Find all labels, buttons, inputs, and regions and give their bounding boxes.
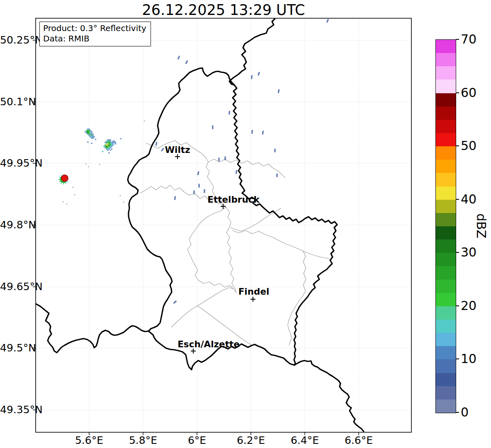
echo-cell (110, 146, 111, 147)
echo-cell (111, 146, 112, 147)
echo-speck (74, 194, 75, 195)
city-label: Ettelbruck (207, 194, 260, 205)
echo-cell (88, 130, 90, 131)
echo-cell (109, 140, 110, 142)
echo-cell (87, 141, 88, 143)
radar-echoes (63, 19, 329, 304)
echo-cell (106, 142, 107, 143)
echo-cell (92, 133, 94, 135)
colorbar-tick-mark (456, 92, 459, 93)
echo-cell (110, 144, 111, 145)
echo-speck (144, 121, 145, 121)
border-france-germany (294, 361, 364, 431)
colorbar-tick-mark (456, 358, 459, 359)
echo-cell (102, 151, 103, 152)
colorbar-tick-mark (456, 412, 459, 413)
colorbar-tick-mark (456, 305, 459, 306)
echo-cell (106, 147, 107, 148)
colorbar-segment (436, 400, 456, 413)
colorbar-segment (436, 120, 456, 133)
echo-dash (174, 196, 176, 200)
radar-product-page: { "title": "26.12.2025 13:29 UTC", "info… (0, 0, 491, 448)
echo-cell (110, 140, 111, 142)
colorbar-segment (436, 253, 456, 266)
colorbar-segment (436, 53, 456, 66)
echo-cell (86, 132, 87, 133)
echo-cell (91, 135, 92, 136)
echo-cell (111, 144, 112, 145)
echo-cell (91, 136, 92, 138)
echo-cell (106, 146, 107, 147)
echo-cell (88, 131, 90, 132)
echo-cell (88, 128, 90, 130)
colorbar-segment (436, 293, 456, 306)
border-belgium-germany (229, 19, 275, 85)
echo-dash (276, 174, 277, 177)
colorbar-segment (436, 133, 456, 146)
colorbar-tick-mark (456, 145, 459, 146)
echo-dash (326, 19, 329, 23)
echo-cell (90, 136, 91, 138)
colorbar-segment (436, 200, 456, 213)
data-source-line: Data: RMIB (43, 34, 146, 44)
echo-cell (107, 150, 108, 151)
echo-cell (107, 142, 108, 143)
colorbar-tick-mark (456, 39, 459, 40)
echo-dash (251, 75, 253, 79)
colorbar-segment (436, 213, 456, 226)
x-tick-label: 6.6°E (326, 434, 392, 446)
echo-cell (86, 130, 87, 131)
echo-cell (106, 144, 107, 145)
echo-dash (236, 170, 237, 174)
radar-site-echo (58, 174, 69, 185)
colorbar-segment (436, 93, 456, 107)
echo-cell (110, 142, 111, 143)
colorbar-tick-mark (456, 252, 459, 253)
echo-cell (114, 140, 115, 142)
echo-cell (110, 150, 111, 151)
echo-cell (107, 139, 108, 140)
echo-dash (155, 142, 157, 145)
echo-cell (87, 130, 88, 131)
echo-cell (111, 143, 112, 144)
echo-cell (109, 144, 110, 145)
border-france-west (36, 304, 148, 353)
colorbar-tick-label: 70 (461, 32, 476, 47)
echo-dash (161, 148, 164, 152)
city-label: Wiltz (165, 145, 190, 155)
echo-dash (198, 184, 199, 188)
colorbar-segment (436, 146, 456, 160)
colorbar-segment (436, 66, 456, 80)
echo-speck (88, 166, 89, 167)
echo-speck (120, 195, 121, 196)
y-tick-label: 50.25°N (0, 34, 32, 46)
echo-cell (107, 146, 108, 147)
echo-cell (109, 143, 110, 144)
echo-cell (105, 142, 106, 143)
echo-cell (91, 133, 92, 135)
colorbar-tick-label: 0 (461, 405, 469, 420)
echo-cell (92, 136, 94, 138)
echo-dash (218, 158, 219, 162)
echo-cell (107, 144, 108, 145)
echo-cell (120, 138, 121, 139)
colorbar-segment (436, 226, 456, 240)
echo-dash (278, 89, 280, 93)
colorbar-tick-label: 50 (461, 138, 476, 153)
colorbar-segment (436, 107, 456, 120)
grid-lines (36, 18, 411, 432)
echo-cell (109, 152, 110, 153)
colorbar-tick-mark (456, 199, 459, 200)
echo-speck (85, 163, 86, 164)
echo-speck (73, 187, 73, 188)
echo-cell (111, 148, 112, 150)
colorbar-segment (436, 346, 456, 359)
echo-cell (106, 140, 107, 142)
city-label: Esch/Alzette (177, 339, 240, 349)
echo-cell (107, 140, 108, 142)
colorbar-segment (436, 359, 456, 373)
colorbar-segment (436, 333, 456, 346)
echo-cell (86, 131, 87, 132)
colorbar-segment (436, 173, 456, 186)
city-markers: WiltzEttelbruckFindelEsch/Alzette (165, 145, 269, 354)
